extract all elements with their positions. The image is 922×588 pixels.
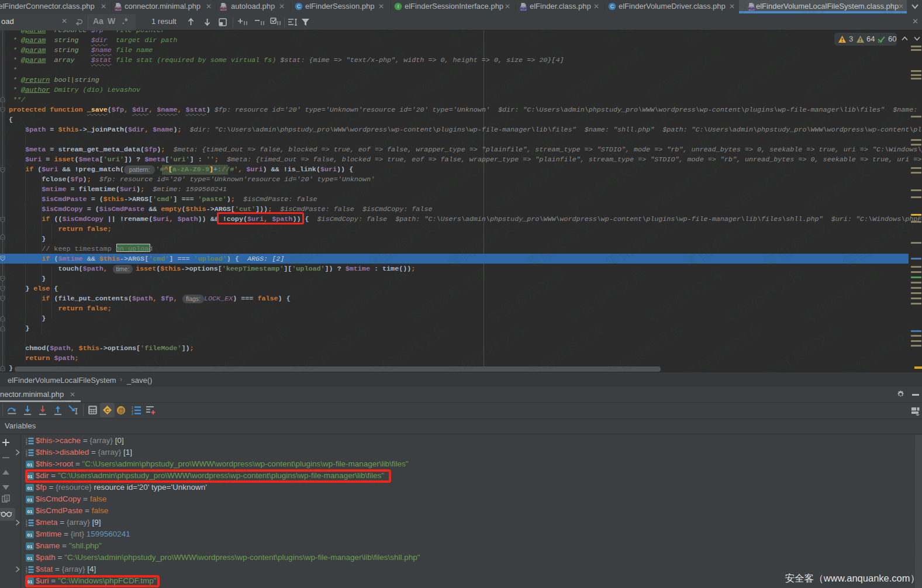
svg-text:C: C — [297, 4, 301, 9]
svg-text:@: @ — [118, 407, 125, 414]
svg-text:3: 3 — [26, 454, 27, 456]
svg-text:01: 01 — [27, 556, 33, 561]
svg-text:C: C — [105, 407, 109, 413]
svg-text:3: 3 — [26, 442, 27, 445]
svg-text:PHP: PHP — [520, 7, 526, 11]
svg-text:01: 01 — [27, 544, 33, 549]
svg-text:3: 3 — [132, 412, 133, 415]
svg-text:3: 3 — [26, 524, 27, 527]
svg-text:3: 3 — [26, 571, 27, 573]
svg-text:01: 01 — [27, 497, 33, 503]
svg-text:01: 01 — [27, 462, 33, 468]
svg-text:01: 01 — [27, 486, 33, 491]
svg-text:I: I — [398, 4, 399, 9]
svg-text:01: 01 — [27, 509, 33, 514]
svg-text:01: 01 — [27, 532, 33, 538]
svg-text:PHP: PHP — [115, 7, 121, 11]
svg-text:PHP: PHP — [748, 7, 754, 11]
svg-text:PHP: PHP — [220, 7, 226, 11]
svg-text:C: C — [610, 4, 614, 9]
